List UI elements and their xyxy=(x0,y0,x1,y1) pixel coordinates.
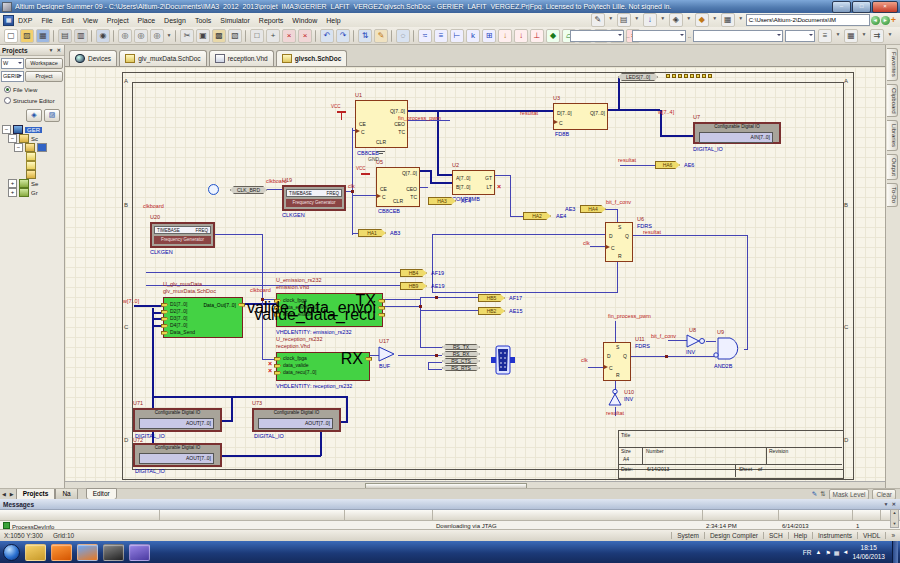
component-u19-clkgen[interactable]: TIMEBASEFREQ Frequency Generator xyxy=(282,185,346,211)
menu-item[interactable]: File xyxy=(41,17,52,24)
tab-devices[interactable]: Devices xyxy=(69,50,117,66)
sheet-entry[interactable]: RX xyxy=(341,355,372,362)
edit-icon[interactable]: ✎ xyxy=(812,490,817,498)
mask-level-button[interactable]: Mask Level xyxy=(829,489,870,500)
show-desktop-button[interactable] xyxy=(892,541,898,563)
menu-item[interactable]: Design xyxy=(164,17,186,24)
toolbar-icon[interactable] xyxy=(53,30,55,42)
toolbar-icon[interactable] xyxy=(245,30,247,42)
taskbar-explorer[interactable] xyxy=(25,544,46,561)
port-rs[interactable]: RS_TX xyxy=(442,344,480,350)
target-combo[interactable] xyxy=(693,30,783,42)
network-icon[interactable]: ▦ xyxy=(834,549,840,556)
tray-expand-icon[interactable]: ▲ xyxy=(815,549,821,555)
gate-u8-inv[interactable] xyxy=(686,334,708,348)
tree-item-settings[interactable]: + Se xyxy=(0,179,64,188)
panel-header-icons[interactable]: ▼ ✕ xyxy=(48,47,62,53)
taskbar-media-player[interactable] xyxy=(77,544,98,561)
scale-combo[interactable] xyxy=(785,30,815,42)
taskbar-firefox[interactable] xyxy=(51,544,72,561)
component-u11-fdrs[interactable]: S D C Q R xyxy=(603,342,631,381)
menu-item[interactable]: Reports xyxy=(259,17,284,24)
menu-item[interactable]: Simulator xyxy=(220,17,250,24)
scroll-down-icon[interactable]: ▼ xyxy=(891,521,898,526)
messages-scrollbar[interactable]: ▲ ▼ xyxy=(890,509,899,528)
port-hb4[interactable]: HB4 xyxy=(400,269,427,277)
collapse-icon[interactable]: − xyxy=(2,125,11,134)
side-panel-tab[interactable]: Output xyxy=(887,154,898,180)
port-ha6[interactable]: HA6 xyxy=(655,161,680,169)
collapse-icon[interactable]: − xyxy=(8,134,17,143)
toolbar-icon[interactable]: ▼ xyxy=(861,29,867,41)
place-vcc-icon[interactable]: ⊥ xyxy=(530,29,544,43)
port-leds[interactable]: LEDS[7..0] xyxy=(618,73,658,81)
toolbar-icon[interactable] xyxy=(353,30,355,42)
find-icon[interactable]: ◌ xyxy=(396,29,410,43)
port-ha4[interactable]: HA4 xyxy=(580,205,606,213)
place-part-icon[interactable]: ◆ xyxy=(546,29,560,43)
grids-icon[interactable]: ▦ xyxy=(844,29,858,43)
port-clk-brd[interactable]: CLK_BRD xyxy=(230,186,267,194)
place-power-icon[interactable]: ↓ xyxy=(514,29,528,43)
canvas-hscrollbar[interactable] xyxy=(65,481,885,488)
menu-item[interactable]: Place xyxy=(138,17,156,24)
component-u72-digital-io[interactable]: Configurable Digital IO AOUT[7..0] xyxy=(133,443,222,467)
expand-icon[interactable]: + xyxy=(8,179,17,188)
component-u3-fd8b[interactable]: D[7..0] C Q[7..0] xyxy=(553,103,608,130)
port-rs[interactable]: RS_RX xyxy=(442,351,480,357)
menu-item[interactable]: Window xyxy=(292,17,317,24)
redo-icon[interactable]: ↷ xyxy=(336,29,350,43)
scroll-up-icon[interactable]: ▲ xyxy=(891,510,898,515)
menu-item[interactable]: DXP xyxy=(18,17,32,24)
copy-icon[interactable]: ▣ xyxy=(196,29,210,43)
paste-icon[interactable]: ▩ xyxy=(212,29,226,43)
toolbar-icon[interactable]: ▼ xyxy=(608,13,614,25)
menu-item[interactable]: View xyxy=(83,17,98,24)
swap-icon[interactable]: ⇅ xyxy=(358,29,372,43)
align-icon[interactable]: ⇉ xyxy=(870,29,884,43)
status-button[interactable]: SCH xyxy=(763,532,788,539)
toolbar-icon[interactable]: ▼ xyxy=(686,13,692,25)
messages-header-icons[interactable]: ▼ ✕ xyxy=(883,501,897,507)
expand-icon[interactable]: + xyxy=(8,188,17,197)
gate-u10-inv[interactable] xyxy=(606,388,624,408)
sheet-symbol-glv-muxdata[interactable]: D1[7..0]D2[7..0]D3[7..0]D4[7..0]Data_Sen… xyxy=(163,297,243,338)
side-panel-tab[interactable]: Favorites xyxy=(887,48,898,81)
new-doc-icon[interactable]: ▢ xyxy=(4,29,18,43)
maximize-button[interactable]: □ xyxy=(852,1,871,13)
tree-item-folder[interactable] xyxy=(0,170,64,179)
clear-icon[interactable]: × xyxy=(282,29,296,43)
compile-icon[interactable]: ◆ xyxy=(695,13,709,27)
place-wire-icon[interactable]: ≈ xyxy=(418,29,432,43)
toolbar-icon[interactable]: ▼ xyxy=(712,13,718,25)
report-icon[interactable]: ▤ xyxy=(617,13,631,27)
component-u71-digital-io[interactable]: Configurable Digital IO AOUT[7..0] xyxy=(133,408,222,432)
panel-tool-button[interactable]: ▨ xyxy=(44,109,60,122)
file-view-radio[interactable]: File View xyxy=(4,86,64,93)
sheet-entry[interactable]: data_recu[7..0] xyxy=(274,369,316,376)
move-icon[interactable]: + xyxy=(266,29,280,43)
column-header[interactable] xyxy=(345,510,433,520)
db9-connector-icon[interactable] xyxy=(490,345,516,375)
sheet-symbol-reception[interactable]: clock_fpgadata_validedata_recu[7..0] RX xyxy=(276,352,370,381)
sheet-symbol-emission[interactable]: clock_fpgadata_envoi[7..0]envoi_enable T… xyxy=(276,293,383,327)
clear-button[interactable]: Clear xyxy=(872,489,896,500)
tree-item-sheet[interactable] xyxy=(0,161,64,170)
tab-scroll-right[interactable]: ▶ xyxy=(8,491,16,497)
column-header[interactable] xyxy=(0,510,160,520)
nav-forward-icon[interactable]: ► xyxy=(881,16,890,25)
component-u73-digital-io[interactable]: Configurable Digital IO AOUT[7..0] xyxy=(252,408,341,432)
menu-item[interactable]: Tools xyxy=(195,17,211,24)
project-button[interactable]: Project xyxy=(25,71,63,82)
zoom-selection-icon[interactable]: ◎ xyxy=(150,29,164,43)
sketch-icon[interactable]: ✎ xyxy=(591,13,605,27)
tree-item-generated[interactable]: + Gr xyxy=(0,188,64,197)
workspace-combo[interactable]: W xyxy=(1,58,24,69)
save-icon[interactable]: ▦ xyxy=(36,29,50,43)
status-button[interactable]: Instruments xyxy=(812,532,857,539)
collapse-icon[interactable]: − xyxy=(14,143,23,152)
side-panel-tab[interactable]: Libraries xyxy=(887,120,898,151)
download-icon[interactable]: ↓ xyxy=(643,13,657,27)
browse-dots[interactable]: .. xyxy=(688,33,691,39)
column-header[interactable] xyxy=(779,510,853,520)
